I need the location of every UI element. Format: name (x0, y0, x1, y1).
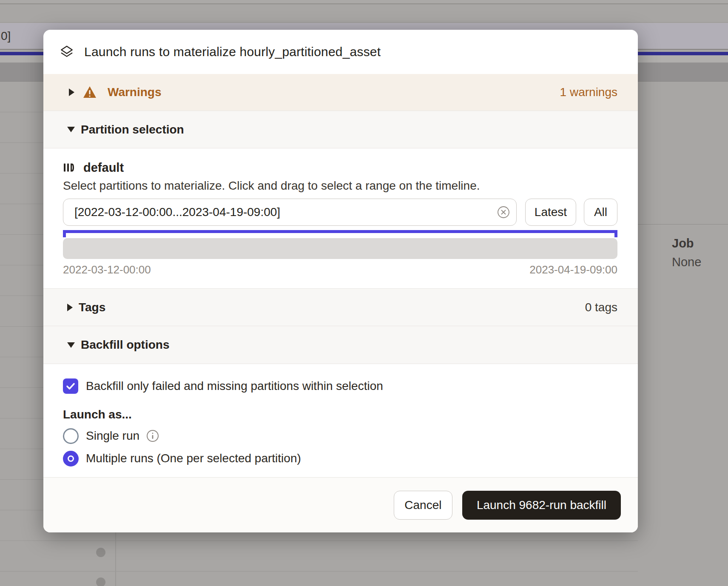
warnings-section-toggle[interactable]: Warnings 1 warnings (43, 74, 638, 111)
background-top-strip (0, 0, 728, 4)
partition-selection-content: default Select partitions to materialize… (43, 148, 638, 288)
tags-label: Tags (79, 301, 105, 314)
selection-range-bracket (63, 230, 617, 237)
background-column-divider (115, 532, 116, 586)
backfill-only-failed-checkbox[interactable] (63, 378, 78, 394)
caret-down-icon (67, 127, 75, 132)
multiple-runs-radio[interactable] (63, 451, 79, 467)
tags-section-toggle[interactable]: Tags 0 tags (43, 288, 638, 326)
partition-selection-section-toggle[interactable]: Partition selection (43, 111, 638, 148)
backfill-options-content: Backfill only failed and missing partiti… (43, 364, 638, 477)
info-icon[interactable] (146, 430, 159, 442)
warning-triangle-icon (83, 86, 97, 99)
multiple-runs-label: Multiple runs (One per selected partitio… (86, 452, 301, 465)
warnings-label: Warnings (108, 85, 162, 99)
background-right-panel (638, 82, 728, 586)
warnings-count: 1 warnings (560, 85, 617, 99)
background-job-label: Job (672, 236, 694, 250)
launch-as-label: Launch as... (63, 408, 617, 421)
backfill-options-section-toggle[interactable]: Backfill options (43, 326, 638, 364)
single-run-radio[interactable] (63, 428, 79, 444)
dialog-footer: Cancel Launch 9682-run backfill (43, 477, 638, 532)
background-job-value: None (672, 255, 701, 269)
dimension-name: default (83, 161, 124, 175)
partition-selection-description: Select partitions to materialize. Click … (63, 179, 617, 193)
partition-input-row: Latest All (63, 199, 617, 226)
backfill-options-label: Backfill options (81, 338, 169, 352)
all-button[interactable]: All (584, 199, 617, 226)
tags-count: 0 tags (585, 301, 617, 314)
materialize-layers-icon (60, 45, 74, 59)
partition-range-input-wrap (63, 199, 517, 226)
range-start-date: 2022-03-12-00:00 (63, 263, 151, 276)
timeline-date-range: 2022-03-12-00:00 2023-04-19-09:00 (63, 263, 617, 276)
background-status-dot (96, 548, 105, 557)
backfill-only-failed-label: Backfill only failed and missing partiti… (86, 379, 383, 393)
single-run-label: Single run (86, 429, 139, 443)
dialog-header: Launch runs to materialize hourly_partit… (43, 30, 638, 74)
backfill-only-failed-row[interactable]: Backfill only failed and missing partiti… (63, 378, 617, 394)
multiple-runs-option[interactable]: Multiple runs (One per selected partitio… (63, 451, 617, 467)
caret-down-icon (67, 342, 75, 348)
launch-backfill-button[interactable]: Launch 9682-run backfill (462, 491, 621, 520)
background-right-panel-divider (638, 224, 728, 225)
dialog-title: Launch runs to materialize hourly_partit… (84, 45, 381, 59)
dimension-row: default (63, 161, 617, 174)
partition-set-icon (63, 162, 75, 174)
partition-timeline[interactable] (63, 238, 617, 259)
background-toolbar (0, 5, 728, 23)
latest-button[interactable]: Latest (525, 199, 576, 226)
partition-selection-label: Partition selection (81, 123, 184, 137)
caret-right-icon (67, 304, 73, 311)
background-partial-input-text: 0] (1, 29, 11, 43)
range-end-date: 2023-04-19-09:00 (529, 263, 617, 276)
partition-range-input[interactable] (63, 199, 517, 226)
clear-selection-icon[interactable] (497, 206, 510, 219)
cancel-button[interactable]: Cancel (394, 491, 452, 520)
caret-right-icon (69, 88, 74, 96)
single-run-option[interactable]: Single run (63, 428, 617, 444)
launch-backfill-dialog: Launch runs to materialize hourly_partit… (43, 30, 638, 532)
background-status-dot (96, 577, 105, 586)
